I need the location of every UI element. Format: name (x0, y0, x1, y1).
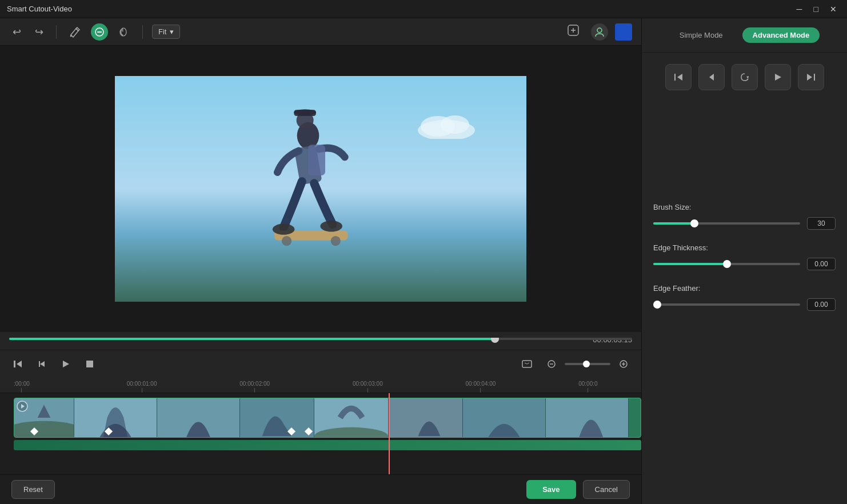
edge-thickness-label: Edge Thickness: (653, 243, 836, 252)
main-layout: ↩ ↪ (0, 18, 847, 504)
svg-rect-40 (814, 74, 815, 81)
nav-skip-end-button[interactable] (798, 64, 824, 90)
edge-feather-slider-row: 0.00 (653, 298, 836, 311)
brush-size-value[interactable]: 30 (807, 217, 836, 230)
edge-feather-slider[interactable] (653, 303, 800, 306)
nav-skip-start-button[interactable] (665, 64, 692, 90)
timeline-tracks[interactable] (0, 393, 641, 474)
timeline-area: :00:00 00:00:01:00 00:00:02:00 00:00:03:… (0, 377, 641, 474)
keyframe-1 (30, 427, 38, 435)
progress-bar-thumb[interactable] (491, 338, 499, 343)
playhead[interactable] (389, 393, 390, 474)
ruler-mark-3: 00:00:03:00 (353, 381, 383, 393)
zoom-slider-thumb[interactable] (583, 361, 590, 367)
progress-area: 00:00:03:15 (0, 332, 641, 350)
redo-button[interactable]: ↪ (31, 23, 47, 41)
svg-point-11 (273, 224, 295, 235)
title-bar: Smart Cutout-Video ─ □ ✕ (0, 0, 847, 18)
brush-size-slider-row: 30 (653, 217, 836, 230)
ruler-mark-4: 00:00:04:00 (466, 381, 496, 393)
play-button[interactable] (57, 357, 74, 371)
ruler-mark-5: 00:00:0 (578, 381, 597, 393)
skip-back-button[interactable] (9, 357, 26, 371)
advanced-mode-tab[interactable]: Advanced Mode (742, 27, 820, 43)
svg-point-18 (441, 115, 469, 134)
svg-rect-19 (14, 361, 15, 367)
edge-thickness-value[interactable]: 0.00 (807, 258, 836, 270)
zoom-in-button[interactable] (615, 357, 632, 371)
title-bar-left: Smart Cutout-Video (7, 5, 72, 13)
svg-rect-15 (294, 110, 316, 116)
edge-thickness-thumb[interactable] (723, 260, 731, 268)
svg-point-9 (282, 236, 291, 246)
title-bar-controls: ─ □ ✕ (793, 3, 840, 15)
simple-mode-tab[interactable]: Simple Mode (669, 27, 733, 43)
keyframe-2 (105, 427, 113, 435)
playback-controls (0, 350, 641, 377)
skater-silhouette (245, 99, 371, 270)
svg-rect-13 (308, 145, 325, 175)
ruler-marks: :00:00 00:00:01:00 00:00:02:00 00:00:03:… (14, 377, 641, 393)
brush-size-thumb[interactable] (690, 219, 698, 227)
save-button[interactable]: Save (526, 480, 576, 499)
fit-screen-button[interactable] (518, 356, 536, 372)
editor-area: ↩ ↪ (0, 18, 641, 504)
svg-point-12 (320, 221, 342, 231)
move-button[interactable] (115, 24, 133, 40)
fit-dropdown[interactable]: Fit ▾ (152, 25, 180, 39)
brush-size-fill (653, 222, 694, 225)
color-square[interactable] (615, 23, 632, 41)
edge-feather-label: Edge Feather: (653, 284, 836, 293)
nav-play-button[interactable] (765, 64, 791, 90)
right-panel: Simple Mode Advanced Mode (641, 18, 847, 504)
app-title: Smart Cutout-Video (7, 5, 72, 13)
cloud (412, 110, 481, 139)
mode-tabs: Simple Mode Advanced Mode (642, 18, 847, 53)
fit-label: Fit (158, 27, 166, 36)
erase-button[interactable] (91, 23, 108, 41)
svg-point-4 (597, 28, 602, 33)
bottom-bar: Reset Save Cancel (0, 474, 641, 504)
stop-button[interactable] (81, 357, 98, 371)
progress-bar-fill (9, 338, 495, 340)
edge-thickness-fill (653, 263, 727, 265)
ruler-mark-1: 00:00:01:00 (127, 381, 157, 393)
brush-size-label: Brush Size: (653, 203, 836, 211)
edge-feather-value[interactable]: 0.00 (807, 298, 836, 311)
panel-spacer-bottom (642, 320, 847, 504)
ruler-mark-2: 00:00:02:00 (239, 381, 270, 393)
edge-thickness-slider[interactable] (653, 263, 800, 265)
brush-size-slider[interactable] (653, 222, 800, 225)
panel-controls: Brush Size: 30 Edge Thickness: (642, 194, 847, 320)
svg-rect-21 (86, 361, 93, 367)
nav-controls (642, 53, 847, 102)
nav-reverse-button[interactable] (732, 64, 758, 90)
second-track[interactable] (14, 440, 641, 450)
zoom-slider[interactable] (565, 363, 610, 365)
ruler-mark-0: :00:00 (14, 381, 30, 393)
profile-icon[interactable] (591, 23, 608, 41)
reset-button[interactable]: Reset (11, 480, 55, 499)
panel-spacer-top (642, 102, 847, 194)
brush-size-control: Brush Size: 30 (653, 203, 836, 230)
draw-button[interactable] (66, 24, 84, 40)
export-button[interactable] (562, 22, 584, 42)
video-canvas (0, 46, 641, 332)
keyframe-row (14, 427, 641, 436)
close-button[interactable]: ✕ (826, 3, 840, 15)
video-frame (115, 76, 526, 302)
video-track[interactable] (14, 398, 641, 438)
fit-chevron-icon: ▾ (170, 27, 174, 36)
keyframe-4 (305, 427, 313, 435)
zoom-out-button[interactable] (543, 357, 560, 371)
frame-back-button[interactable] (33, 357, 50, 371)
nav-prev-button[interactable] (698, 64, 725, 90)
cancel-button[interactable]: Cancel (583, 480, 630, 499)
svg-point-10 (331, 236, 341, 246)
progress-bar[interactable] (9, 338, 632, 340)
undo-button[interactable]: ↩ (9, 23, 25, 41)
minimize-button[interactable]: ─ (793, 3, 806, 15)
maximize-button[interactable]: □ (810, 3, 822, 15)
edge-feather-thumb[interactable] (653, 301, 661, 309)
svg-rect-20 (39, 361, 40, 367)
